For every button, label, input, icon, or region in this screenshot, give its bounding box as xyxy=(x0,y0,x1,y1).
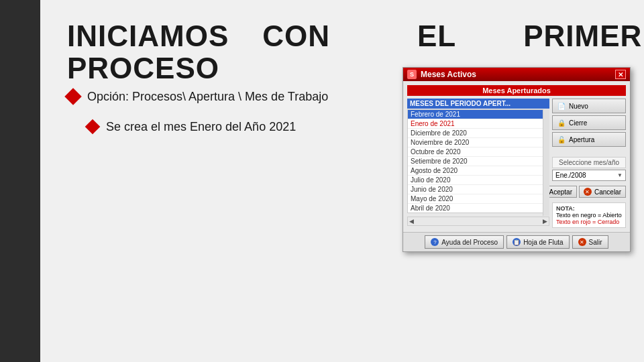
apertura-label: Apertura xyxy=(569,136,594,143)
ayuda-button[interactable]: ? Ayuda del Proceso xyxy=(425,235,504,249)
mes-value: Ene./2008 xyxy=(555,172,586,179)
month-item-9[interactable]: Mayo de 2020 xyxy=(408,194,549,204)
salir-icon: ✕ xyxy=(578,238,586,246)
title-proceso: PROCESO xyxy=(67,52,229,84)
dialog-meses-activos: S Meses Activos ✕ Meses Aperturados MESE… xyxy=(402,67,631,252)
months-list[interactable]: Febrero de 2021 Enero de 2021 Diciembre … xyxy=(407,109,549,213)
month-item-5[interactable]: Setiembre de 2020 xyxy=(408,157,549,166)
sub-bullet-text-1: Se crea el mes Enero del Año 2021 xyxy=(106,119,296,135)
dialog-titlebar: S Meses Activos ✕ xyxy=(403,68,630,81)
aceptar-label: Aceptar xyxy=(549,188,572,196)
bullet-diamond-1 xyxy=(64,88,81,105)
action-buttons: ✓ Aceptar ✕ Cancelar xyxy=(552,186,626,198)
ayuda-label: Ayuda del Proceso xyxy=(441,239,498,246)
month-item-2[interactable]: Diciembre de 2020 xyxy=(408,129,549,138)
dialog-titlebar-left: S Meses Activos xyxy=(407,70,476,79)
main-content: INICIAMOS PROCESO CON EL PRIMER Opción: … xyxy=(40,0,644,362)
nota-title: NOTA: xyxy=(556,205,622,212)
sub-bullet-diamond-1 xyxy=(85,119,101,135)
month-item-10[interactable]: Abril de 2020 xyxy=(408,204,549,213)
dialog-right-col: 📄 Nuevo 🔒 Cierre 🔓 Apertura Seleccione m… xyxy=(552,99,626,228)
month-item-1[interactable]: Enero de 2021 xyxy=(408,119,549,129)
sidebar-strip xyxy=(0,0,40,362)
title-iniciamos: INICIAMOS xyxy=(67,20,229,52)
month-item-8[interactable]: Junio de 2020 xyxy=(408,185,549,194)
cancelar-icon: ✕ xyxy=(584,188,592,196)
dialog-left-col: MESES DEL PERIODO APERT... Febrero de 20… xyxy=(407,99,549,228)
ayuda-icon: ? xyxy=(431,238,439,246)
cierre-icon: 🔒 xyxy=(557,118,566,127)
dialog-title-icon: S xyxy=(407,70,417,79)
dialog-body: Meses Aperturados MESES DEL PERIODO APER… xyxy=(403,81,630,232)
hoja-button[interactable]: 📋 Hoja de Fluta xyxy=(506,235,569,249)
mes-input[interactable]: Ene./2008 ▼ xyxy=(552,170,626,181)
section-label: Meses Aperturados xyxy=(407,85,626,96)
apertura-icon: 🔓 xyxy=(557,135,566,144)
cancelar-label: Cancelar xyxy=(594,188,621,196)
months-container: Febrero de 2021 Enero de 2021 Diciembre … xyxy=(407,109,549,216)
cierre-button[interactable]: 🔒 Cierre xyxy=(552,115,626,130)
select-mes-section: Seleccione mes/año Ene./2008 ▼ xyxy=(552,153,626,181)
dialog-close-button[interactable]: ✕ xyxy=(615,70,626,79)
cancelar-button[interactable]: ✕ Cancelar xyxy=(579,186,626,198)
select-mes-label: Seleccione mes/año xyxy=(552,157,626,168)
dialog-title-text: Meses Activos xyxy=(421,70,476,79)
nav-right-arrow[interactable]: ▶ xyxy=(543,218,547,225)
dialog-footer: ? Ayuda del Proceso 📋 Hoja de Fluta ✕ Sa… xyxy=(403,232,630,251)
salir-button[interactable]: ✕ Salir xyxy=(572,235,608,249)
hoja-label: Hoja de Fluta xyxy=(523,239,563,246)
hoja-icon: 📋 xyxy=(513,238,521,246)
bullet-text-1: Opción: Procesos\ Apertura \ Mes de Trab… xyxy=(87,88,328,105)
month-item-3[interactable]: Noviembre de 2020 xyxy=(408,138,549,147)
month-item-4[interactable]: Octubre de 2020 xyxy=(408,147,549,157)
months-scrollbar[interactable] xyxy=(543,109,549,216)
title-con: CON xyxy=(262,20,330,52)
dialog-two-col: MESES DEL PERIODO APERT... Febrero de 20… xyxy=(407,99,626,228)
month-item-0[interactable]: Febrero de 2021 xyxy=(408,110,549,119)
title-el: EL xyxy=(417,20,456,52)
title-primer: PRIMER xyxy=(523,20,642,52)
apertura-button[interactable]: 🔓 Apertura xyxy=(552,132,626,147)
month-item-7[interactable]: Julio de 2020 xyxy=(408,176,549,185)
salir-label: Salir xyxy=(589,239,602,246)
nuevo-icon: 📄 xyxy=(557,101,566,111)
title-block-1: INICIAMOS PROCESO xyxy=(67,20,229,85)
nota-box: NOTA: Texto en negro = Abierto Texto en … xyxy=(552,202,626,228)
nav-left-arrow[interactable]: ◀ xyxy=(409,218,414,225)
cierre-label: Cierre xyxy=(569,119,587,127)
nav-arrows: ◀ ▶ xyxy=(407,217,549,226)
month-item-6[interactable]: Agosto de 2020 xyxy=(408,166,549,176)
nuevo-label: Nuevo xyxy=(569,103,588,110)
table-header: MESES DEL PERIODO APERT... xyxy=(407,99,549,109)
nota-line-1: Texto en negro = Abierto xyxy=(556,212,622,219)
mes-input-arrow[interactable]: ▼ xyxy=(617,172,623,178)
nuevo-button[interactable]: 📄 Nuevo xyxy=(552,99,626,113)
nota-line-2: Texto en rojo = Cerrado xyxy=(556,219,622,225)
